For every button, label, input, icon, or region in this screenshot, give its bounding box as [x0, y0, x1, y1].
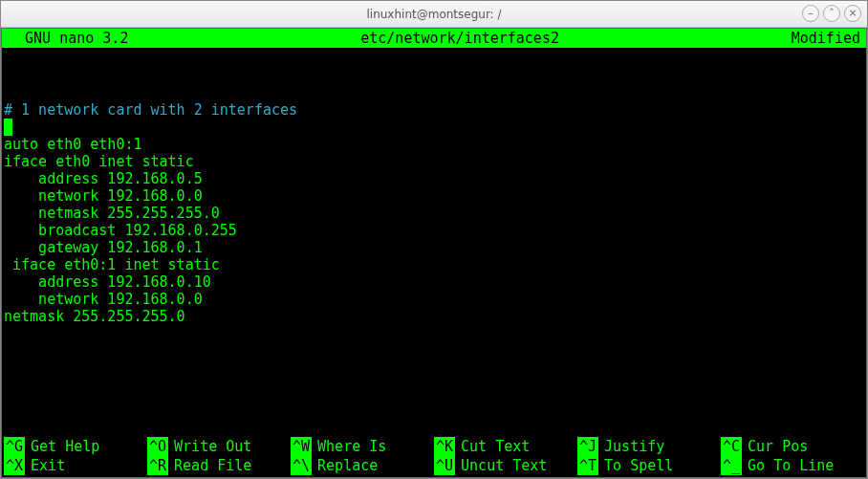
close-button[interactable]: ×	[844, 5, 861, 22]
config-line: gateway 192.168.0.1	[4, 239, 866, 256]
shortcut-label: Write Out	[168, 437, 251, 456]
shortcut-label: Replace	[312, 456, 378, 475]
shortcut-row-2: ^XExit ^RRead File ^\Replace ^UUncut Tex…	[4, 456, 864, 475]
minimize-button[interactable]: –	[802, 5, 819, 22]
shortcut-cur-pos: ^CCur Pos	[721, 437, 864, 456]
shortcut-read-file: ^RRead File	[147, 456, 291, 475]
config-line: iface eth0 inet static	[4, 153, 866, 170]
shortcut-exit: ^XExit	[4, 456, 147, 475]
shortcut-label: Uncut Text	[455, 456, 547, 475]
shortcut-cut-text: ^KCut Text	[434, 437, 577, 456]
nano-filename: etc/network/interfaces2	[128, 29, 791, 48]
shortcut-uncut-text: ^UUncut Text	[434, 456, 577, 475]
shortcut-key: ^C	[721, 437, 742, 456]
terminal-window: linuxhint@montsegur: / – ˄ × GNU nano 3.…	[0, 0, 868, 479]
shortcut-key: ^G	[4, 437, 25, 456]
config-line: network 192.168.0.0	[4, 291, 866, 308]
shortcut-where-is: ^WWhere Is	[291, 437, 434, 456]
shortcut-get-help: ^GGet Help	[4, 437, 147, 456]
shortcut-key: ^U	[434, 456, 455, 475]
shortcut-key: ^\	[291, 456, 312, 475]
shortcut-key: ^K	[434, 437, 455, 456]
shortcut-key: ^W	[291, 437, 312, 456]
window-controls: – ˄ ×	[802, 5, 861, 22]
shortcut-row-1: ^GGet Help ^OWrite Out ^WWhere Is ^KCut …	[4, 437, 864, 456]
cursor	[4, 119, 12, 136]
config-line: auto eth0 eth0:1	[4, 136, 866, 153]
shortcut-label: Cut Text	[455, 437, 530, 456]
shortcut-justify: ^JJustify	[577, 437, 721, 456]
config-line: netmask 255.255.255.0	[4, 308, 866, 325]
shortcut-key: ^J	[577, 437, 598, 456]
shortcut-key: ^T	[577, 456, 598, 475]
comment-line: # 1 network card with 2 interfaces	[4, 101, 866, 119]
shortcut-label: To Spell	[598, 456, 673, 475]
shortcut-label: Get Help	[25, 437, 99, 456]
shortcut-label: Read File	[168, 456, 251, 475]
shortcut-label: Cur Pos	[742, 437, 808, 456]
editor-content[interactable]: # 1 network card with 2 interfaces auto …	[2, 48, 866, 359]
shortcut-label: Where Is	[312, 437, 386, 456]
shortcut-key: ^X	[4, 456, 25, 475]
config-line: network 192.168.0.0	[4, 187, 866, 205]
shortcut-key: ^R	[147, 456, 168, 475]
config-line: address 192.168.0.10	[4, 273, 866, 291]
terminal-area[interactable]: GNU nano 3.2 etc/network/interfaces2 Mod…	[1, 28, 867, 478]
shortcut-label: Exit	[25, 456, 65, 475]
maximize-button[interactable]: ˄	[823, 5, 840, 22]
nano-shortcuts: ^GGet Help ^OWrite Out ^WWhere Is ^KCut …	[4, 437, 864, 475]
nano-status: Modified	[792, 29, 866, 48]
window-titlebar: linuxhint@montsegur: / – ˄ ×	[1, 1, 867, 28]
shortcut-to-spell: ^TTo Spell	[577, 456, 721, 475]
config-line: netmask 255.255.255.0	[4, 205, 866, 222]
shortcut-go-to-line: ^_Go To Line	[721, 456, 864, 475]
shortcut-label: Justify	[598, 437, 664, 456]
shortcut-replace: ^\Replace	[291, 456, 434, 475]
nano-version: GNU nano 3.2	[2, 29, 128, 48]
shortcut-key: ^O	[147, 437, 168, 456]
shortcut-key: ^_	[721, 456, 742, 475]
config-line: broadcast 192.168.0.255	[4, 222, 866, 239]
shortcut-label: Go To Line	[742, 456, 834, 475]
window-title: linuxhint@montsegur: /	[366, 8, 501, 21]
nano-header-bar: GNU nano 3.2 etc/network/interfaces2 Mod…	[2, 29, 866, 48]
config-line: address 192.168.0.5	[4, 170, 866, 187]
config-line: iface eth0:1 inet static	[4, 256, 866, 273]
shortcut-write-out: ^OWrite Out	[147, 437, 291, 456]
